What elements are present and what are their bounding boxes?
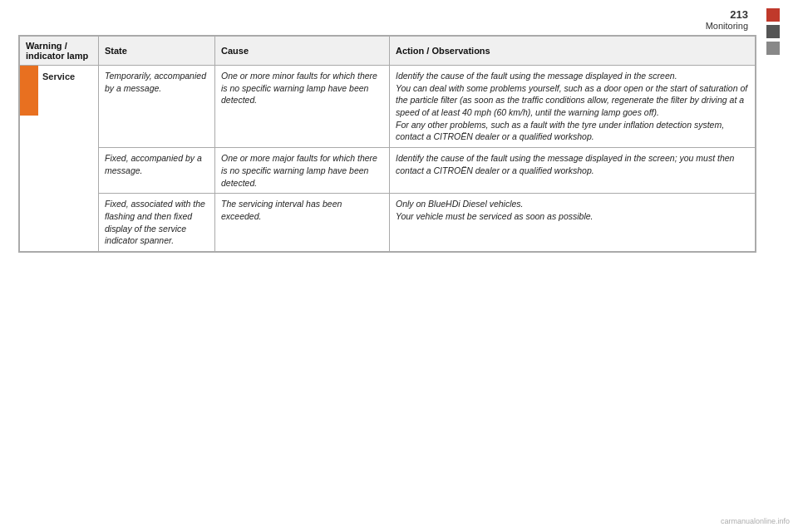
col-header-state: State: [99, 37, 215, 66]
page-header: 213 Monitoring: [706, 8, 748, 31]
state-cell-3: Fixed, associated with the flashing and …: [99, 194, 215, 252]
page-number: 213: [706, 8, 748, 21]
main-table-container: Warning / indicator lamp State Cause Act…: [18, 35, 756, 253]
cause-cell-1: One or more minor faults for which there…: [215, 66, 390, 148]
sidebar-box-2: [766, 25, 780, 38]
sidebar-box-3: [766, 42, 780, 55]
col-header-action: Action / Observations: [390, 37, 756, 66]
table-row: Fixed, associated with the flashing and …: [20, 194, 756, 252]
sidebar-box-1: [766, 8, 780, 22]
action-cell-1: Identify the cause of the fault using th…: [390, 66, 756, 148]
table-row: Fixed, accompanied by a message. One or …: [20, 148, 756, 194]
sidebar-indicators: [766, 8, 780, 55]
col-header-lamp: Warning / indicator lamp: [20, 37, 99, 66]
lamp-cell: Service: [20, 66, 99, 252]
cause-cell-3: The servicing interval has been exceeded…: [215, 194, 390, 252]
cause-cell-2: One or more major faults for which there…: [215, 148, 390, 194]
state-cell-1: Temporarily, accompanied by a message.: [99, 66, 215, 148]
state-cell-2: Fixed, accompanied by a message.: [99, 148, 215, 194]
lamp-label: Service: [38, 66, 79, 116]
lamp-inner: Service: [20, 66, 98, 116]
action-cell-2: Identify the cause of the fault using th…: [390, 148, 756, 194]
table-row: Service Temporarily, accompanied by a me…: [20, 66, 756, 148]
warning-table: Warning / indicator lamp State Cause Act…: [19, 36, 756, 252]
col-header-cause: Cause: [215, 37, 390, 66]
section-title: Monitoring: [706, 21, 748, 31]
action-cell-3: Only on BlueHDi Diesel vehicles. Your ve…: [390, 194, 756, 252]
watermark: carmanualonline.info: [721, 517, 790, 525]
orange-indicator-bar: [20, 66, 38, 116]
